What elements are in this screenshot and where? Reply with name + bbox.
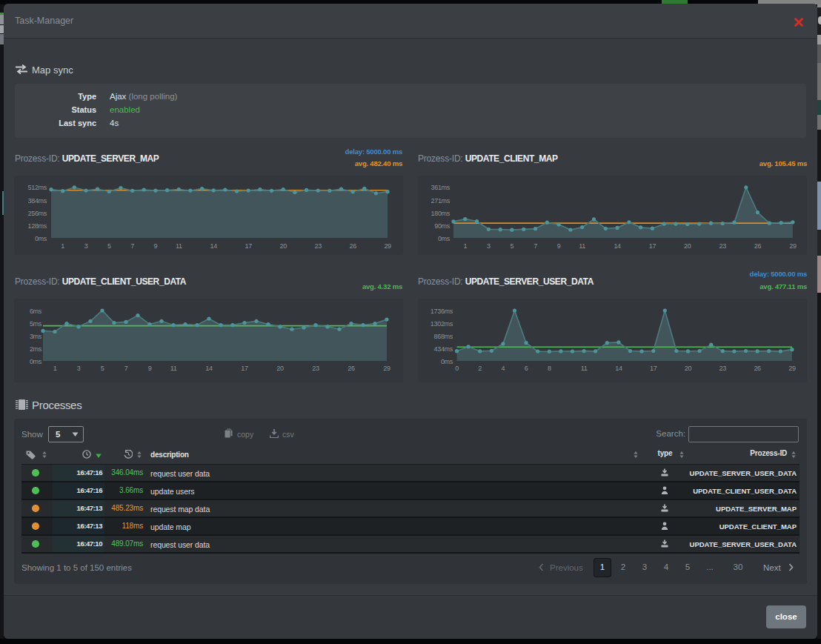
svg-text:7: 7: [534, 242, 537, 250]
svg-text:20: 20: [684, 242, 691, 250]
svg-text:14: 14: [210, 242, 217, 250]
svg-text:29: 29: [383, 365, 390, 372]
svg-text:4: 4: [502, 365, 505, 372]
svg-text:9: 9: [148, 365, 152, 372]
svg-text:8: 8: [548, 365, 551, 372]
svg-text:361ms: 361ms: [431, 184, 450, 191]
svg-text:868ms: 868ms: [433, 333, 453, 340]
svg-text:180ms: 180ms: [431, 210, 450, 217]
svg-text:6: 6: [525, 365, 528, 372]
svg-text:5ms: 5ms: [30, 320, 42, 328]
svg-text:26: 26: [754, 242, 762, 250]
svg-text:17: 17: [649, 242, 657, 250]
svg-text:9: 9: [557, 242, 561, 250]
svg-text:434ms: 434ms: [433, 345, 453, 353]
svg-text:5: 5: [107, 242, 111, 250]
svg-text:90ms: 90ms: [434, 222, 451, 230]
svg-text:512ms: 512ms: [27, 184, 47, 191]
svg-text:11: 11: [176, 242, 182, 250]
svg-text:3: 3: [487, 242, 491, 250]
svg-text:6ms: 6ms: [30, 308, 42, 315]
svg-text:0: 0: [455, 365, 459, 372]
svg-text:26: 26: [349, 242, 356, 250]
svg-text:14: 14: [205, 365, 213, 372]
svg-text:17: 17: [245, 242, 252, 250]
svg-text:29: 29: [788, 365, 796, 372]
svg-text:9: 9: [154, 242, 158, 250]
svg-text:23: 23: [314, 242, 322, 250]
svg-text:3: 3: [77, 365, 81, 372]
svg-text:1: 1: [61, 242, 64, 250]
svg-text:1302ms: 1302ms: [431, 320, 453, 328]
svg-text:26: 26: [348, 365, 355, 372]
svg-text:1: 1: [53, 365, 57, 372]
svg-text:14: 14: [614, 242, 621, 250]
svg-text:0ms: 0ms: [35, 235, 47, 242]
svg-text:29: 29: [384, 242, 391, 250]
svg-text:256ms: 256ms: [27, 210, 47, 217]
svg-text:17: 17: [650, 365, 657, 372]
svg-text:11: 11: [579, 242, 585, 250]
svg-text:0ms: 0ms: [441, 358, 453, 365]
svg-text:29: 29: [789, 242, 797, 250]
svg-text:26: 26: [754, 365, 761, 372]
svg-text:23: 23: [719, 365, 727, 372]
svg-text:14: 14: [615, 365, 622, 372]
svg-text:2ms: 2ms: [30, 345, 42, 353]
svg-text:17: 17: [241, 365, 248, 372]
svg-text:3: 3: [84, 242, 88, 250]
svg-text:23: 23: [312, 365, 319, 372]
svg-text:384ms: 384ms: [27, 197, 47, 205]
svg-text:20: 20: [279, 242, 287, 250]
svg-text:7: 7: [130, 242, 134, 250]
svg-text:20: 20: [276, 365, 284, 372]
svg-text:1: 1: [463, 242, 467, 250]
svg-text:23: 23: [719, 242, 726, 250]
svg-text:11: 11: [581, 365, 588, 372]
svg-text:0ms: 0ms: [30, 358, 42, 365]
svg-text:7: 7: [124, 365, 128, 372]
svg-text:20: 20: [685, 365, 692, 372]
svg-text:2: 2: [478, 365, 482, 372]
svg-text:5: 5: [511, 242, 514, 250]
svg-text:271ms: 271ms: [431, 197, 450, 205]
svg-text:11: 11: [170, 365, 177, 372]
svg-text:128ms: 128ms: [27, 222, 47, 230]
svg-text:5: 5: [101, 365, 104, 372]
svg-text:0ms: 0ms: [438, 235, 451, 242]
svg-text:3ms: 3ms: [30, 333, 42, 340]
svg-text:1736ms: 1736ms: [431, 308, 453, 315]
